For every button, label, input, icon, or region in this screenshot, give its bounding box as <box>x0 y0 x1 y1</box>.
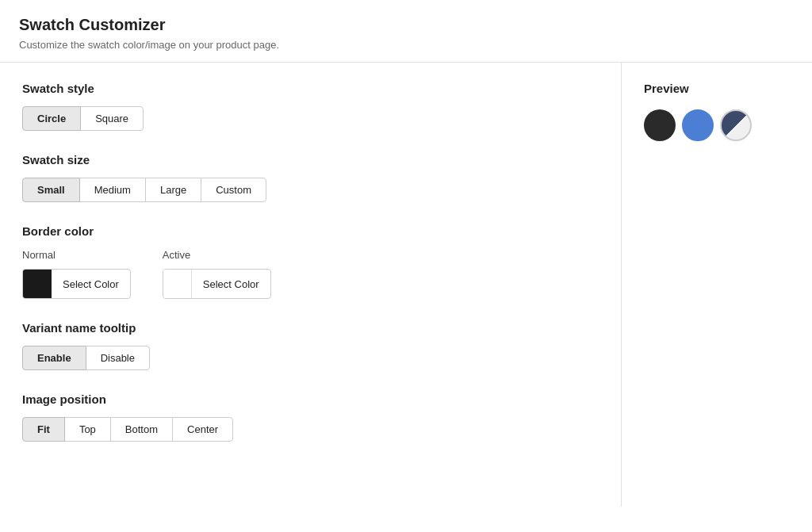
left-panel: Swatch style Circle Square Swatch size S… <box>0 63 622 507</box>
border-color-row: Normal Select Color Active Select Color <box>22 249 599 299</box>
swatch-size-medium[interactable]: Medium <box>79 178 146 202</box>
tooltip-enable[interactable]: Enable <box>22 346 86 370</box>
preview-swatch-dark <box>644 109 676 141</box>
border-color-section: Border color Normal Select Color Active … <box>22 224 599 299</box>
preview-swatches <box>644 109 790 141</box>
image-position-fit[interactable]: Fit <box>22 417 65 442</box>
swatch-size-title: Swatch size <box>22 153 599 166</box>
tooltip-group: Enable Disable <box>22 346 599 370</box>
swatch-size-small[interactable]: Small <box>22 178 80 202</box>
image-position-group: Fit Top Bottom Center <box>22 417 599 442</box>
border-active-selector[interactable]: Select Color <box>163 269 271 299</box>
border-color-title: Border color <box>22 224 599 238</box>
page-header: Swatch Customizer Customize the swatch c… <box>0 0 812 63</box>
border-normal-select-label: Select Color <box>52 278 130 290</box>
border-active-swatch <box>163 270 192 298</box>
swatch-size-section: Swatch size Small Medium Large Custom <box>22 153 599 202</box>
border-active-label: Active <box>163 249 271 261</box>
preview-title: Preview <box>644 82 790 95</box>
swatch-style-section: Swatch style Circle Square <box>22 82 599 131</box>
border-normal-selector[interactable]: Select Color <box>22 269 131 299</box>
image-position-center[interactable]: Center <box>172 417 233 442</box>
image-position-bottom[interactable]: Bottom <box>110 417 173 442</box>
image-position-top[interactable]: Top <box>64 417 111 442</box>
swatch-size-large[interactable]: Large <box>145 178 201 202</box>
swatch-size-custom[interactable]: Custom <box>201 178 266 202</box>
border-normal-swatch <box>23 270 52 298</box>
swatch-style-title: Swatch style <box>22 82 599 95</box>
page-subtitle: Customize the swatch color/image on your… <box>19 39 793 51</box>
page-title: Swatch Customizer <box>19 16 793 34</box>
swatch-size-group: Small Medium Large Custom <box>22 178 599 202</box>
tooltip-section: Variant name tooltip Enable Disable <box>22 321 599 370</box>
tooltip-title: Variant name tooltip <box>22 321 599 335</box>
border-normal-label: Normal <box>22 249 131 261</box>
right-panel: Preview <box>622 63 812 507</box>
swatch-style-square[interactable]: Square <box>80 106 144 131</box>
swatch-style-group: Circle Square <box>22 106 599 131</box>
border-normal-group: Normal Select Color <box>22 249 131 299</box>
image-position-section: Image position Fit Top Bottom Center <box>22 392 599 442</box>
tooltip-disable[interactable]: Disable <box>86 346 150 370</box>
preview-swatch-blue <box>682 109 714 141</box>
border-active-group: Active Select Color <box>163 249 271 299</box>
border-active-select-label: Select Color <box>192 278 270 290</box>
image-position-title: Image position <box>22 392 599 406</box>
preview-swatch-split <box>720 109 752 141</box>
swatch-style-circle[interactable]: Circle <box>22 106 81 131</box>
